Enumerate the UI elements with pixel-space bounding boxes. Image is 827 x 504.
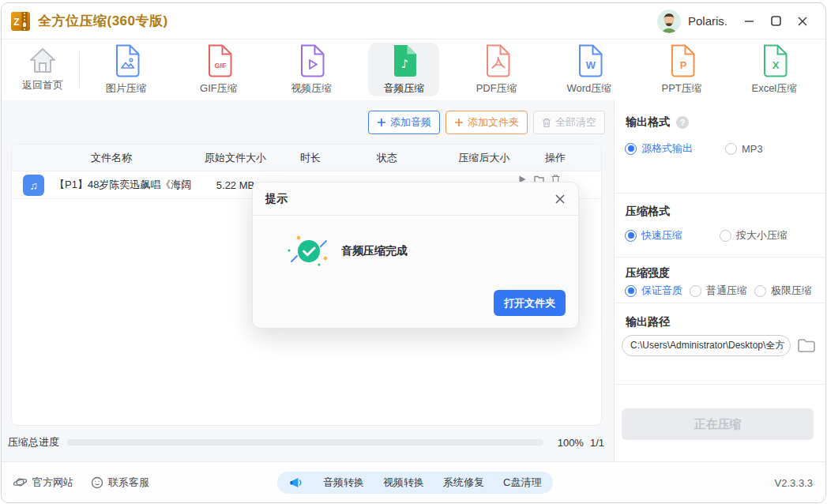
compress-format-section: 压缩格式 快速压缩 按大小压缩 bbox=[615, 194, 825, 258]
audio-file-icon: ♪ bbox=[390, 44, 417, 77]
tab-image-compress[interactable]: 图片压缩 bbox=[91, 43, 162, 96]
table-header: 文件名称 原始文件大小 时长 状态 压缩后大小 操作 bbox=[12, 145, 601, 171]
radio-mp3[interactable]: MP3 bbox=[725, 143, 763, 155]
home-icon bbox=[28, 47, 58, 75]
trash-icon bbox=[542, 118, 551, 128]
user-name[interactable]: Polaris. bbox=[688, 14, 727, 28]
radio-icon bbox=[754, 285, 766, 297]
dialog-close-icon[interactable] bbox=[554, 194, 566, 205]
compressing-button[interactable]: 正在压缩 bbox=[622, 408, 814, 440]
contact-support-link[interactable]: 联系客服 bbox=[91, 476, 149, 490]
compress-action-section: 正在压缩 bbox=[615, 385, 825, 464]
tab-audio-compress[interactable]: ♪ 音频压缩 bbox=[368, 43, 439, 96]
total-progress: 压缩总进度 100% 1/1 bbox=[8, 435, 604, 449]
svg-text:W: W bbox=[586, 59, 596, 71]
compress-strength-title: 压缩强度 bbox=[626, 266, 670, 280]
planet-icon bbox=[13, 476, 28, 488]
radio-icon bbox=[625, 143, 637, 155]
settings-panel: 输出格式 源格式输出 MP3 压缩格式 bbox=[614, 100, 825, 461]
word-file-icon: W bbox=[576, 44, 603, 77]
app-window: Z 全方位压缩(360专版) Polaris. bbox=[1, 2, 826, 503]
open-folder-button[interactable]: 打开文件夹 bbox=[494, 290, 566, 316]
compress-strength-section: 压缩强度 保证音质 普通压缩 极限压缩 bbox=[615, 258, 825, 303]
success-check-icon bbox=[284, 233, 333, 269]
gif-file-icon: GIF bbox=[205, 44, 232, 77]
close-button[interactable] bbox=[789, 9, 816, 33]
action-buttons: 添加音频 添加文件夹 全部清空 bbox=[368, 111, 605, 134]
video-file-icon bbox=[298, 44, 325, 77]
radio-by-size-compress[interactable]: 按大小压缩 bbox=[720, 228, 788, 243]
toolbar-home-label: 返回首页 bbox=[22, 78, 63, 92]
output-format-section: 输出格式 源格式输出 MP3 bbox=[615, 100, 825, 194]
ppt-file-icon: P bbox=[668, 44, 695, 77]
clear-all-button[interactable]: 全部清空 bbox=[533, 111, 605, 134]
promo-system-repair[interactable]: 系统修复 bbox=[443, 476, 484, 490]
output-path-title: 输出路径 bbox=[626, 315, 670, 329]
radio-icon bbox=[690, 285, 701, 297]
radio-extreme-compress[interactable]: 极限压缩 bbox=[754, 284, 812, 298]
help-icon[interactable] bbox=[676, 116, 689, 129]
maximize-button[interactable] bbox=[762, 9, 789, 33]
footer: 官方网站 联系客服 bbox=[2, 461, 825, 502]
tab-video-compress[interactable]: 视频压缩 bbox=[276, 43, 347, 96]
user-avatar[interactable] bbox=[657, 9, 681, 33]
progress-count: 1/1 bbox=[590, 437, 604, 449]
column-compressed-size: 压缩后大小 bbox=[459, 151, 510, 165]
tab-word-compress[interactable]: W Word压缩 bbox=[554, 43, 625, 96]
radio-icon bbox=[725, 143, 737, 155]
output-format-title: 输出格式 bbox=[626, 115, 670, 130]
promo-bar: 音频转换 视频转换 系统修复 C盘清理 bbox=[277, 472, 553, 494]
audio-note-icon: ♫ bbox=[23, 175, 44, 196]
toolbar-home-button[interactable]: 返回首页 bbox=[6, 43, 79, 96]
column-file-name: 文件名称 bbox=[91, 151, 132, 165]
dialog-title: 提示 bbox=[265, 192, 288, 206]
app-logo-icon: Z bbox=[11, 11, 32, 32]
image-file-icon bbox=[113, 44, 140, 77]
svg-text:GIF: GIF bbox=[214, 62, 227, 70]
title-bar: Z 全方位压缩(360专版) Polaris. bbox=[2, 3, 825, 39]
plus-icon bbox=[377, 118, 386, 127]
compress-format-title: 压缩格式 bbox=[626, 205, 670, 219]
file-size: 5.22 MB bbox=[216, 179, 254, 191]
tab-gif-compress[interactable]: GIF GIF压缩 bbox=[183, 43, 254, 96]
toolbar: 返回首页 图片压缩 bbox=[2, 39, 825, 100]
version-label: V2.3.3.3 bbox=[775, 476, 813, 488]
svg-text:X: X bbox=[772, 59, 780, 71]
svg-text:P: P bbox=[680, 59, 687, 71]
radio-fast-compress[interactable]: 快速压缩 bbox=[625, 228, 720, 243]
promo-cdisk-clean[interactable]: C盘清理 bbox=[503, 476, 541, 490]
radio-source-format[interactable]: 源格式输出 bbox=[625, 141, 725, 156]
progress-bar bbox=[67, 439, 543, 446]
tab-pdf-compress[interactable]: PDF压缩 bbox=[461, 43, 532, 96]
excel-file-icon: X bbox=[761, 44, 788, 77]
dialog-message-row: 音频压缩完成 bbox=[284, 233, 408, 269]
column-duration: 时长 bbox=[300, 151, 321, 165]
promo-audio-convert[interactable]: 音频转换 bbox=[323, 476, 364, 490]
progress-label: 压缩总进度 bbox=[8, 435, 59, 449]
toolbar-tabs: 图片压缩 GIF GIF压缩 bbox=[80, 43, 821, 96]
progress-percent: 100% bbox=[558, 437, 584, 449]
svg-text:♪: ♪ bbox=[401, 57, 409, 71]
tab-ppt-compress[interactable]: P PPT压缩 bbox=[646, 43, 717, 96]
tab-excel-compress[interactable]: X Excel压缩 bbox=[739, 43, 810, 96]
column-status: 状态 bbox=[377, 151, 397, 165]
add-folder-button[interactable]: 添加文件夹 bbox=[445, 111, 528, 134]
svg-text:Z: Z bbox=[13, 17, 19, 28]
megaphone-icon bbox=[289, 476, 304, 489]
output-path-input[interactable]: C:\Users\Administrator\Desktop\全方 bbox=[622, 335, 791, 356]
official-site-link[interactable]: 官方网站 bbox=[13, 476, 73, 490]
radio-icon bbox=[625, 230, 637, 242]
promo-video-convert[interactable]: 视频转换 bbox=[383, 476, 424, 490]
radio-normal-compress[interactable]: 普通压缩 bbox=[690, 284, 747, 298]
dialog-message: 音频压缩完成 bbox=[341, 244, 408, 258]
output-path-section: 输出路径 C:\Users\Administrator\Desktop\全方 bbox=[615, 303, 825, 385]
notification-dialog: 提示 音频压缩完成 打开文件夹 bbox=[252, 182, 579, 329]
minimize-button[interactable] bbox=[735, 9, 762, 33]
radio-icon bbox=[720, 230, 731, 242]
add-audio-button[interactable]: 添加音频 bbox=[368, 111, 440, 134]
column-actions: 操作 bbox=[545, 151, 566, 165]
pdf-file-icon bbox=[483, 44, 510, 77]
plus-icon bbox=[454, 118, 464, 127]
browse-folder-icon[interactable] bbox=[797, 338, 816, 354]
radio-keep-quality[interactable]: 保证音质 bbox=[625, 284, 682, 298]
